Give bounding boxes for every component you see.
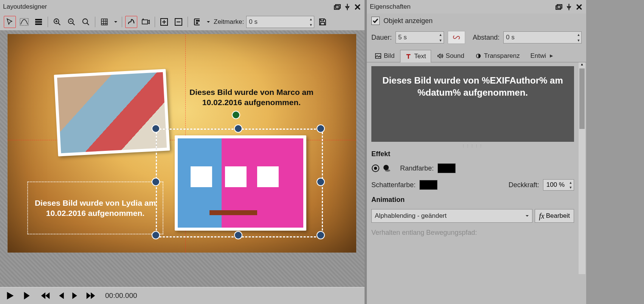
playbar: 00:00.000 <box>0 287 365 304</box>
link-duration-button[interactable] <box>448 31 465 44</box>
zoom-out-button[interactable] <box>65 16 78 28</box>
handle-sw[interactable] <box>152 231 160 239</box>
slide-canvas[interactable]: Dieses Bild wurde von Marco am 10.02.201… <box>8 34 356 253</box>
zeitmarke-down[interactable]: ▼ <box>308 22 314 28</box>
svg-rect-1 <box>335 5 340 8</box>
tab-transparenz[interactable]: Transparenz <box>470 50 525 62</box>
rows-tool-button[interactable] <box>33 16 45 28</box>
grid-menu-button[interactable] <box>113 16 119 28</box>
tabs-scroll-right[interactable]: ▶ <box>548 49 555 62</box>
svg-rect-3 <box>35 19 42 20</box>
rewind-button[interactable] <box>39 290 51 302</box>
dauer-down[interactable]: ▼ <box>438 37 444 43</box>
left-title: Layoutdesigner <box>3 3 47 11</box>
grid-button[interactable] <box>98 16 110 28</box>
caption-1[interactable]: Dieses Bild wurde von Marco am 10.02.201… <box>170 87 333 108</box>
effect-radio-outline[interactable] <box>371 164 380 172</box>
remove-button[interactable] <box>172 16 185 28</box>
handle-s[interactable] <box>234 231 242 239</box>
handle-w[interactable] <box>152 178 160 186</box>
properties-scrollbar[interactable]: ▲ <box>579 62 585 274</box>
deckkraft-down[interactable]: ▼ <box>568 185 574 190</box>
rotation-handle[interactable] <box>232 111 240 119</box>
property-tabs: Bild Text Sound Transparenz Entwi ▶ <box>367 47 586 62</box>
pin-icon[interactable] <box>565 3 573 11</box>
dauer-spinner[interactable]: ▲▼ <box>396 31 444 43</box>
svg-rect-9 <box>142 20 148 24</box>
close-icon[interactable] <box>575 3 583 11</box>
randfarbe-color[interactable] <box>438 163 456 173</box>
dauer-up[interactable]: ▲ <box>438 32 444 37</box>
bearbeiten-button[interactable]: fx Bearbeit <box>535 209 574 223</box>
save-button[interactable] <box>317 16 329 28</box>
next-button[interactable] <box>70 290 82 302</box>
svg-point-21 <box>383 165 389 170</box>
tab-text[interactable]: Text <box>400 50 431 62</box>
curve-tool-button[interactable] <box>18 16 30 28</box>
layout-toolbar: Zeitmarke: ▲▼ <box>0 14 365 30</box>
randfarbe-label: Randfarbe: <box>400 164 434 172</box>
path-behavior-label: Verhalten entlang Bewegungspfad: <box>371 229 477 237</box>
handle-se[interactable] <box>317 231 325 239</box>
deckkraft-value: 100 % <box>543 181 568 189</box>
abstand-down[interactable]: ▼ <box>576 37 581 43</box>
window-restore-icon[interactable] <box>555 3 563 11</box>
handle-nw[interactable] <box>152 124 160 133</box>
svg-rect-4 <box>35 21 42 23</box>
show-object-label: Objekt anzeigen <box>383 17 433 25</box>
path-tool-button[interactable] <box>125 16 137 28</box>
deckkraft-spinner[interactable]: 100 % ▲▼ <box>543 179 574 191</box>
close-icon[interactable] <box>354 3 362 11</box>
abstand-up[interactable]: ▲ <box>576 32 581 37</box>
tab-sound[interactable]: Sound <box>432 50 469 62</box>
zeitmarke-input[interactable] <box>247 18 308 26</box>
svg-point-20 <box>374 167 377 170</box>
fx-icon: fx <box>539 212 544 220</box>
zoom-in-button[interactable] <box>51 16 63 28</box>
abstand-spinner[interactable]: ▲▼ <box>503 31 582 43</box>
scrollbar-thumb[interactable] <box>579 68 585 129</box>
tab-bild[interactable]: Bild <box>370 50 399 62</box>
left-titlebar: Layoutdesigner <box>0 0 365 14</box>
abstand-input[interactable] <box>504 34 576 41</box>
play-button[interactable] <box>4 290 16 302</box>
pin-icon[interactable] <box>343 3 351 11</box>
handle-n[interactable] <box>234 124 242 133</box>
window-restore-icon[interactable] <box>333 3 341 11</box>
zeitmarke-up[interactable]: ▲ <box>308 16 314 22</box>
svg-rect-17 <box>557 5 562 8</box>
photo-1[interactable] <box>54 69 170 156</box>
text-template-box[interactable]: Dieses Bild wurde von %EXIFAuthor% am %d… <box>371 66 574 142</box>
zeitmarke-spinner[interactable]: ▲▼ <box>246 16 314 28</box>
align-menu-button[interactable] <box>205 16 211 28</box>
effect-radio-shadow[interactable] <box>383 164 391 172</box>
handle-ne[interactable] <box>317 124 325 133</box>
dauer-input[interactable] <box>396 34 438 41</box>
deckkraft-up[interactable]: ▲ <box>568 180 574 185</box>
abstand-label: Abstand: <box>473 34 500 42</box>
animation-heading: Animation <box>367 194 579 206</box>
photo-2[interactable] <box>175 135 306 231</box>
zoom-fit-button[interactable] <box>80 16 92 28</box>
ffwd-button[interactable] <box>85 290 97 302</box>
svg-rect-16 <box>556 6 561 9</box>
show-object-checkbox[interactable] <box>371 17 380 25</box>
scroll-up[interactable]: ▲ <box>579 62 585 68</box>
dauer-label: Dauer: <box>371 34 392 42</box>
align-button[interactable] <box>191 16 203 28</box>
add-button[interactable] <box>158 16 170 28</box>
svg-rect-0 <box>334 6 339 9</box>
play-from-button[interactable] <box>19 290 31 302</box>
canvas-viewport[interactable]: Dieses Bild wurde von Marco am 10.02.201… <box>0 30 365 287</box>
handle-e[interactable] <box>317 178 325 186</box>
camera-add-button[interactable] <box>140 16 152 28</box>
resize-grip[interactable]: : : : : : <box>367 143 579 148</box>
caption-2[interactable]: Dieses Bild wurde von Lydia am 10.02.201… <box>27 181 163 234</box>
prev-button[interactable] <box>54 290 67 302</box>
svg-rect-5 <box>35 23 42 25</box>
tab-more[interactable]: Entwi <box>526 50 548 62</box>
select-tool-button[interactable] <box>4 16 16 28</box>
animation-dropdown[interactable]: Alphablending - geändert <box>371 209 532 223</box>
schattenfarbe-color[interactable] <box>419 180 438 190</box>
chevron-down-icon <box>525 214 529 218</box>
